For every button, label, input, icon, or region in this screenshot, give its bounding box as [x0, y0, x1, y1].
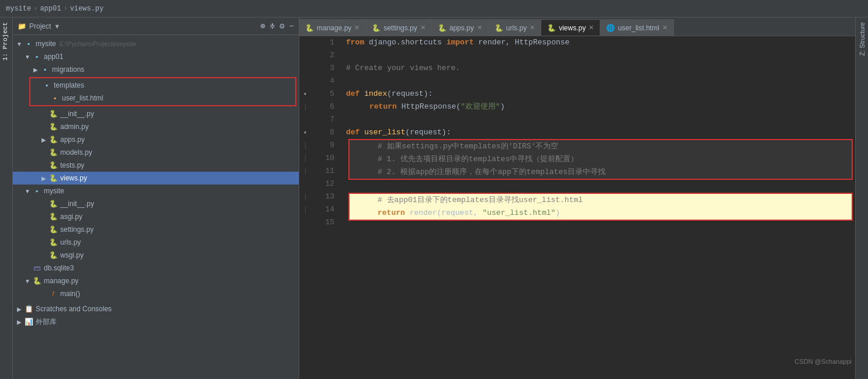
gutter-1 [299, 36, 311, 49]
structure-label[interactable]: Z: Structure [857, 18, 867, 60]
collapse-icon[interactable]: ≑ [270, 21, 275, 31]
tree-item-urls[interactable]: 🐍 urls.py [13, 236, 299, 249]
call-httpresponse: HttpResponse( [402, 100, 461, 113]
tree-item-db[interactable]: 🗃 db.sqlite3 [13, 262, 299, 274]
py-icon-settings: 🐍 [48, 225, 58, 234]
ln-11: 11 [311, 165, 334, 178]
tab-manage[interactable]: 🐍 manage.py ✕ [299, 19, 366, 36]
gutter-14: │ [299, 203, 311, 216]
code-line-13: # 去app01目录下的templates目录寻找user_list.html [350, 194, 852, 207]
ln-3: 3 [311, 62, 334, 75]
tab-close-urls[interactable]: ✕ [530, 24, 535, 32]
label-apps: apps.py [60, 135, 85, 144]
code-line-7 [346, 113, 855, 126]
label-mysite-inner: mysite [44, 187, 64, 195]
import-render: render, [478, 36, 510, 49]
tree-item-admin[interactable]: 🐍 admin.py [13, 120, 299, 133]
tab-label-user-list: user_list.html [618, 24, 659, 32]
breadcrumb-project[interactable]: mysite [6, 5, 31, 13]
py-icon-wsgi: 🐍 [48, 251, 58, 259]
py-icon-manage: 🐍 [32, 277, 42, 285]
tree-item-mysite-root[interactable]: ▼ ▪ mysite E:\PycharmProjects\mysite [13, 37, 299, 50]
tree-item-views[interactable]: ▶ 🐍 views.py [13, 172, 299, 185]
tree-item-templates[interactable]: ▪ templates [31, 79, 295, 92]
label-main: main() [60, 290, 80, 298]
settings-icon[interactable]: ⚙ [279, 21, 284, 31]
panel-dropdown-arrow[interactable]: ▼ [54, 23, 60, 30]
tab-urls[interactable]: 🐍 urls.py ✕ [489, 19, 541, 36]
tree-item-manage[interactable]: ▼ 🐍 manage.py [13, 274, 299, 287]
tab-apps[interactable]: 🐍 apps.py ✕ [432, 19, 489, 36]
ln-10: 10 [311, 152, 334, 165]
fn-index: index [364, 88, 387, 100]
tab-settings[interactable]: 🐍 settings.py ✕ [366, 19, 431, 36]
gutter-10: │ [299, 152, 311, 165]
code-line-1: from django.shortcuts import render, Htt… [346, 36, 855, 49]
tree-item-wsgi[interactable]: 🐍 wsgi.py [13, 249, 299, 262]
html-icon-user-list: ▪ [50, 94, 60, 102]
tab-close-apps[interactable]: ✕ [477, 24, 482, 32]
code-editor[interactable]: ▾ │ ▾ │ │ │ │ │ 1 2 3 4 5 6 7 8 [299, 36, 855, 379]
tree-item-scratches[interactable]: ▶ 📋 Scratches and Consoles [13, 302, 299, 315]
templates-redbox: ▪ templates ▪ user_list.html [29, 77, 296, 106]
label-user-list-html: user_list.html [62, 94, 103, 102]
gutter-6: │ [299, 100, 311, 113]
scratches-icon: 📋 [23, 305, 34, 313]
ext-lib-icon: 📊 [23, 318, 34, 326]
tree-item-app01[interactable]: ▼ ▪ app01 [13, 50, 299, 63]
label-mysite: mysite [36, 40, 56, 48]
arrow-mysite-inner: ▼ [23, 188, 32, 194]
tree-item-tests[interactable]: 🐍 tests.py [13, 159, 299, 172]
tree-item-user-list-html[interactable]: ▪ user_list.html [31, 92, 295, 105]
arrow-app01: ▼ [23, 54, 32, 60]
tree-item-apps[interactable]: ▶ 🐍 apps.py [13, 133, 299, 146]
gutter-15 [299, 216, 311, 229]
tab-close-views[interactable]: ✕ [589, 24, 594, 32]
gutter-5: ▾ [299, 88, 311, 100]
tree-item-asgi[interactable]: 🐍 asgi.py [13, 210, 299, 223]
breadcrumb-folder[interactable]: app01 [40, 5, 61, 13]
py-icon-apps: 🐍 [48, 135, 58, 144]
tree-item-init-mysite[interactable]: 🐍 __init__.py [13, 197, 299, 210]
db-icon: 🗃 [32, 264, 42, 272]
tree-item-models[interactable]: 🐍 models.py [13, 146, 299, 159]
tab-views[interactable]: 🐍 views.py ✕ [541, 19, 600, 36]
comment-redbox: # 如果settings.py中templates的'DIRS'不为空 # 1.… [348, 139, 853, 180]
tab-close-user-list[interactable]: ✕ [662, 24, 668, 32]
gutter-8: ▾ [299, 126, 311, 139]
code-line-14: return render(request, "user_list.html") [350, 207, 852, 220]
fn-user-list: user_list [364, 126, 405, 139]
ln-8: 8 [311, 126, 334, 139]
tree-item-init-app[interactable]: 🐍 __init__.py [13, 107, 299, 120]
tree-item-migrations[interactable]: ▶ ▪ migrations [13, 63, 299, 76]
tab-close-settings[interactable]: ✕ [420, 24, 426, 32]
gutter: ▾ │ ▾ │ │ │ │ │ [299, 36, 311, 379]
left-sidebar-tabs: 1: Project [0, 18, 13, 379]
arrow-manage: ▼ [23, 278, 32, 284]
comment-line3: # Create your views here. [346, 62, 460, 75]
label-settings: settings.py [60, 225, 94, 234]
code-line-11: # 2. 根据app的注册顺序，在每个app下的templates目录中寻找 [350, 166, 852, 179]
hide-icon[interactable]: − [289, 22, 294, 31]
py-icon-init: 🐍 [48, 110, 58, 118]
arrow-ext-lib: ▶ [15, 319, 23, 325]
comment-line13: # 去app01目录下的templates目录寻找user_list.html [378, 194, 583, 207]
code-content[interactable]: from django.shortcuts import render, Htt… [340, 36, 855, 379]
folder-icon-mysite: ▪ [23, 40, 34, 48]
kw-def-index: def [346, 88, 359, 100]
tree-item-main-fn[interactable]: f main() [13, 287, 299, 300]
label-db: db.sqlite3 [44, 264, 74, 272]
project-tab-label[interactable]: 1: Project [0, 18, 12, 65]
ln-5: 5 [311, 88, 334, 100]
tree-item-ext-lib[interactable]: ▶ 📊 外部库 [13, 315, 299, 328]
project-panel: 📁 Project ▼ ⊕ ≑ ⚙ − ▼ ▪ mysite E:\Pychar… [13, 18, 299, 379]
add-icon[interactable]: ⊕ [260, 21, 265, 31]
label-urls: urls.py [60, 238, 81, 246]
breadcrumb-file[interactable]: views.py [70, 5, 104, 13]
tree-item-settings[interactable]: 🐍 settings.py [13, 223, 299, 236]
code-line-5: def index(request): [346, 88, 855, 100]
folder-icon-app01: ▪ [32, 53, 42, 61]
tab-user-list[interactable]: 🌐 user_list.html ✕ [600, 19, 674, 36]
tab-close-manage[interactable]: ✕ [354, 24, 359, 32]
tree-item-mysite-inner[interactable]: ▼ ▪ mysite [13, 185, 299, 197]
